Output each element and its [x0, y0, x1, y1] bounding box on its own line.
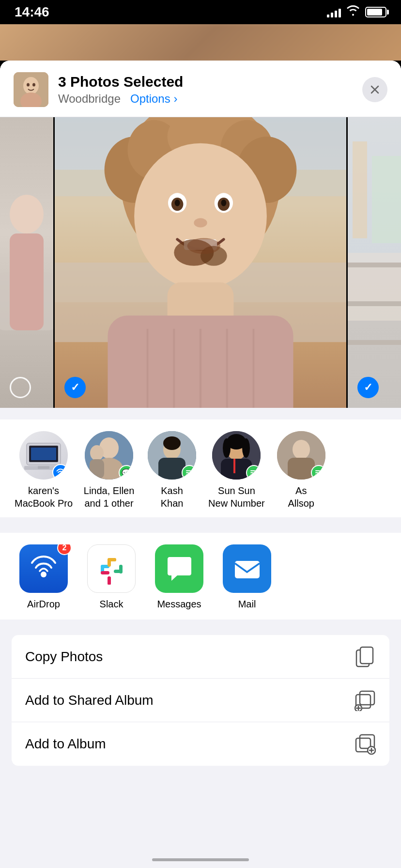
svg-rect-42 — [353, 141, 367, 238]
header-left: 3 Photos Selected Woodbridge Options › — [14, 72, 183, 107]
contact-name-sunsun: Sun SunNew Number — [208, 484, 265, 510]
photo-background — [0, 24, 401, 61]
share-header: 3 Photos Selected Woodbridge Options › — [0, 61, 401, 117]
close-button[interactable] — [362, 77, 387, 102]
home-bar — [152, 858, 249, 861]
svg-rect-72 — [233, 459, 235, 473]
wifi-icon — [347, 5, 359, 19]
header-thumbnail — [14, 72, 48, 107]
airdrop-app-icon: 2 — [19, 544, 68, 593]
selection-circle-2[interactable]: ✓ — [64, 377, 86, 398]
action-label-album: Add to Album — [25, 736, 106, 752]
messages-app-icon — [155, 544, 203, 593]
photo-item-2[interactable]: ✓ — [55, 117, 346, 408]
app-label-messages: Messages — [157, 599, 201, 610]
home-indicator — [0, 852, 401, 868]
svg-point-64 — [163, 436, 181, 450]
status-bar: 14:46 — [0, 0, 401, 24]
apps-section: 2 AirDrop — [0, 533, 401, 623]
contact-linda-ellen[interactable]: 💬 Linda, Ellenand 1 other — [77, 431, 140, 510]
svg-rect-47 — [348, 340, 401, 345]
mail-app-icon — [223, 544, 271, 593]
add-album-icon — [355, 733, 376, 755]
photos-selected-title: 3 Photos Selected — [58, 74, 183, 90]
apps-scroll: 2 AirDrop — [0, 544, 401, 610]
message-badge-as — [311, 465, 325, 480]
contact-name-karens-macbook: karen'sMacBook Pro — [15, 484, 73, 510]
signal-icon — [327, 7, 341, 17]
svg-point-58 — [90, 445, 104, 461]
svg-point-71 — [242, 438, 250, 458]
message-badge-sunsun — [246, 465, 261, 480]
svg-point-4 — [32, 83, 35, 87]
action-label-copy: Copy Photos — [25, 649, 103, 665]
svg-point-84 — [113, 558, 116, 561]
contact-avatar-macbook — [19, 431, 68, 480]
options-link[interactable]: Options › — [130, 92, 177, 105]
action-copy-photos[interactable]: Copy Photos — [12, 635, 389, 679]
svg-rect-59 — [90, 459, 104, 479]
svg-rect-46 — [348, 301, 401, 306]
svg-point-27 — [221, 200, 226, 206]
svg-point-90 — [108, 576, 111, 580]
status-icons — [327, 5, 386, 19]
contact-avatar-as — [277, 431, 325, 480]
svg-rect-63 — [158, 458, 185, 480]
svg-point-75 — [293, 440, 310, 459]
section-gap-2 — [0, 521, 401, 533]
svg-rect-43 — [372, 156, 401, 243]
action-add-album[interactable]: Add to Album — [12, 722, 389, 766]
photo-item-1[interactable] — [0, 117, 53, 408]
svg-point-21 — [134, 143, 267, 289]
svg-point-70 — [223, 438, 231, 458]
contacts-section: karen'sMacBook Pro 💬 — [0, 419, 401, 521]
svg-rect-45 — [348, 263, 401, 267]
header-subtitle: Woodbridge Options › — [58, 92, 183, 106]
contact-avatar-kash — [148, 431, 196, 480]
svg-rect-51 — [38, 466, 49, 469]
shared-album-icon — [355, 690, 376, 711]
app-item-mail[interactable]: Mail — [213, 544, 281, 610]
svg-point-26 — [175, 200, 180, 206]
action-label-shared: Add to Shared Album — [25, 693, 154, 708]
app-label-mail: Mail — [238, 599, 256, 610]
slack-app-icon — [87, 544, 136, 593]
contacts-scroll: karen'sMacBook Pro 💬 — [0, 431, 401, 510]
thumbnail-image — [14, 72, 48, 107]
share-sheet: 3 Photos Selected Woodbridge Options › — [0, 61, 401, 868]
contact-kash-khan[interactable]: KashKhan — [140, 431, 203, 510]
selection-circle-1[interactable] — [10, 377, 31, 398]
svg-point-78 — [41, 572, 46, 577]
svg-point-3 — [27, 83, 30, 87]
app-label-airdrop: AirDrop — [27, 599, 60, 610]
app-label-slack: Slack — [100, 599, 123, 610]
bottom-padding — [0, 766, 401, 853]
selection-circle-3[interactable]: ✓ — [357, 377, 379, 398]
actions-section: Copy Photos Add to Shared Album — [12, 635, 389, 766]
status-time: 14:46 — [15, 4, 49, 20]
photo-item-3[interactable]: ✓ — [348, 117, 401, 408]
airdrop-overlay-icon — [52, 464, 68, 480]
svg-rect-93 — [360, 647, 373, 664]
contact-avatar-linda: 💬 — [85, 431, 133, 480]
contact-karens-macbook[interactable]: karen'sMacBook Pro — [10, 431, 77, 510]
app-item-messages[interactable]: Messages — [145, 544, 213, 610]
svg-point-87 — [119, 565, 123, 568]
copy-photos-icon — [355, 646, 376, 667]
section-gap-3 — [0, 623, 401, 635]
svg-rect-89 — [101, 571, 109, 574]
contact-sunsun[interactable]: Sun SunNew Number — [203, 431, 270, 510]
location-label: Woodbridge — [58, 92, 121, 105]
contact-as-allsop[interactable]: AsAllsop — [270, 431, 333, 510]
svg-rect-76 — [288, 458, 315, 480]
action-add-shared-album[interactable]: Add to Shared Album — [12, 679, 389, 722]
message-badge-kash — [182, 465, 196, 480]
app-item-slack[interactable]: Slack — [77, 544, 145, 610]
app-item-airdrop[interactable]: 2 AirDrop — [10, 544, 77, 610]
svg-point-32 — [187, 238, 220, 254]
photos-strip: ✓ — [0, 117, 401, 408]
section-gap-1 — [0, 408, 401, 419]
svg-point-1 — [23, 77, 39, 94]
battery-icon — [365, 7, 386, 17]
message-badge-linda: 💬 — [119, 465, 133, 480]
